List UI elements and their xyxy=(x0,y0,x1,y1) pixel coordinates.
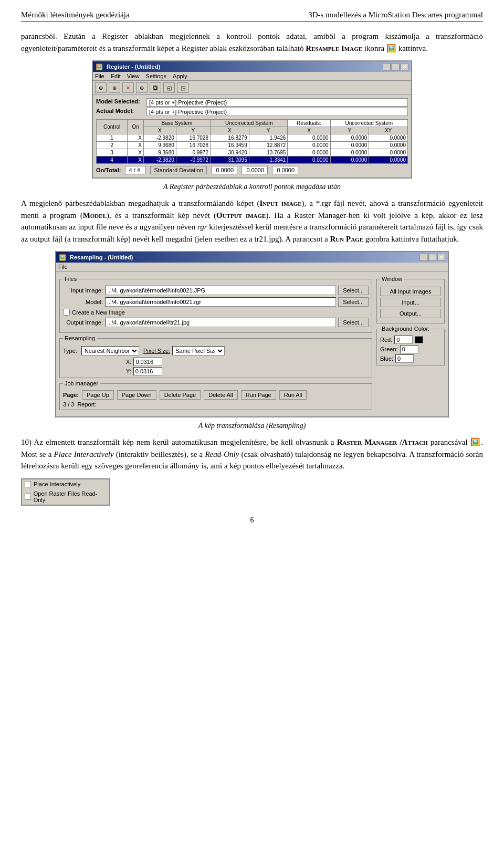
resamp-close[interactable]: ✕ xyxy=(437,254,445,261)
red-swatch xyxy=(415,336,423,343)
intro-paragraph: parancsból. Ezután a Register ablakban m… xyxy=(21,30,483,54)
bg-color-title: Background Color: xyxy=(380,326,431,332)
menu-settings[interactable]: Settings xyxy=(145,73,166,79)
tool-btn-3[interactable]: ✕ xyxy=(122,82,134,93)
menu-edit[interactable]: Edit xyxy=(111,73,121,79)
titlebar-buttons: _ □ ✕ xyxy=(383,63,408,70)
actual-model-row: Actual Model: [4 pts or +] Projective (P… xyxy=(96,108,408,116)
green-row: Green: xyxy=(380,345,441,353)
resampling-title: 🖼️ Resampling - (Untitled) xyxy=(59,254,133,261)
model-inline: Model xyxy=(83,211,107,219)
y-row: Y: xyxy=(126,367,369,375)
resampling-body: Files Input Image: Select... Model: Sele… xyxy=(56,271,448,416)
std-dev-label: Standard Deviation xyxy=(150,166,207,174)
create-new-label: Create a New Image xyxy=(72,309,125,316)
all-input-images-btn[interactable]: All Input Images xyxy=(380,287,441,296)
blue-input[interactable] xyxy=(395,354,414,363)
tool-btn-4[interactable]: ⊕ xyxy=(136,82,148,93)
window-group: Window All Input Images Input... Output.… xyxy=(376,279,445,323)
job-page-label: Page: xyxy=(63,392,79,398)
caption-resampling: A kép transzformálása (Resampling) xyxy=(21,422,483,430)
input-image-label: Input Image: xyxy=(63,287,105,294)
input-image-field[interactable] xyxy=(105,286,336,295)
resamp-menu-file[interactable]: File xyxy=(58,264,68,270)
report-label: Report: xyxy=(77,401,96,407)
run-all-btn[interactable]: Run All xyxy=(279,390,307,400)
register-table: Control On Base System Uncorrected Syste… xyxy=(96,119,408,164)
delete-all-btn[interactable]: Delete All xyxy=(204,390,237,400)
menu-file[interactable]: File xyxy=(95,73,104,79)
final-paragraph: 10) Az elmentett transzformált kép nem k… xyxy=(21,436,483,472)
run-page-btn[interactable]: Run Page xyxy=(241,390,276,400)
page-up-btn[interactable]: Page Up xyxy=(82,390,114,400)
type-row: Type: Nearest Neighbor Pixel Size: Same … xyxy=(63,346,369,355)
table-header-row-1: Control On Base System Uncorrected Syste… xyxy=(97,120,408,127)
maximize-button[interactable]: □ xyxy=(392,63,400,70)
x-input[interactable] xyxy=(133,358,162,366)
tool-btn-2[interactable]: ⊕ xyxy=(109,82,120,93)
green-label: Green: xyxy=(380,346,398,352)
tool-btn-6[interactable]: ◱ xyxy=(163,82,175,93)
col-uncorrected: Uncorrected System xyxy=(211,120,288,127)
tool-btn-5[interactable]: 🖼 xyxy=(150,82,161,93)
pixel-size-select[interactable]: Same Pixel Size xyxy=(172,346,225,355)
read-only-checkbox[interactable] xyxy=(25,494,31,500)
y-label: Y: xyxy=(126,368,131,374)
create-new-checkbox[interactable] xyxy=(63,309,70,316)
col-ry: Y xyxy=(330,127,369,134)
resamp-maximize[interactable]: □ xyxy=(428,254,436,261)
minimize-button[interactable]: _ xyxy=(383,63,391,70)
y-input[interactable] xyxy=(133,367,162,375)
resampling-section-title: Resampling xyxy=(63,335,97,341)
window-group-title: Window xyxy=(380,276,404,282)
tool-btn-7[interactable]: ◳ xyxy=(177,82,188,93)
input-btn[interactable]: Input... xyxy=(380,298,441,307)
header-left: Mérnöki létesítmények geodéziája xyxy=(21,11,130,19)
std-dev-y: 0.0000 xyxy=(242,166,268,174)
page-header: Mérnöki létesítmények geodéziája 3D-s mo… xyxy=(21,11,483,22)
register-titlebar: 🖼️ Register - (Untitled) _ □ ✕ xyxy=(93,61,411,72)
model-field[interactable] xyxy=(105,297,336,307)
output-image-field[interactable] xyxy=(105,318,336,327)
menu-view[interactable]: View xyxy=(127,73,140,79)
std-dev-x: 0.0000 xyxy=(211,166,237,174)
actual-model-value: [4 pts or +] Projective (Project) xyxy=(146,108,408,116)
page-down-btn[interactable]: Page Down xyxy=(117,390,156,400)
col-by: Y xyxy=(176,127,210,134)
red-row: Red: xyxy=(380,336,441,344)
delete-page-btn[interactable]: Delete Page xyxy=(160,390,201,400)
table-row: 3X9.3680-0.997230.942013.76950.00000.000… xyxy=(97,149,408,156)
resampling-section: Resampling Type: Nearest Neighbor Pixel … xyxy=(59,338,372,378)
table-row: 1X-2.982016.702816.82791.94260.00000.000… xyxy=(97,134,408,142)
model-select-btn[interactable]: Select... xyxy=(338,297,369,307)
table-row: 2X9.368016.702816.345912.88720.00000.000… xyxy=(97,142,408,149)
output-select-btn[interactable]: Select... xyxy=(338,318,369,327)
tool-btn-1[interactable]: ⊕ xyxy=(95,82,107,93)
col-rx: X xyxy=(288,127,330,134)
model-selected-label: Model Selected: xyxy=(96,98,143,107)
output-image-inline: Output image xyxy=(216,211,266,219)
output-image-row: Output Image: Select... xyxy=(63,318,369,327)
menu-apply[interactable]: Apply xyxy=(173,73,187,79)
totals-value: 4 / 4 xyxy=(125,166,146,174)
type-select[interactable]: Nearest Neighbor xyxy=(81,346,139,355)
model-label-resamp: Model: xyxy=(63,299,105,305)
create-new-row: Create a New Image xyxy=(63,309,369,316)
green-input[interactable] xyxy=(400,345,418,353)
close-button[interactable]: ✕ xyxy=(401,63,408,70)
bg-color-section: Background Color: Red: Green: Blue: xyxy=(376,329,445,365)
resamp-titlebar-buttons: _ □ ✕ xyxy=(419,254,445,261)
input-image-inline: Input image xyxy=(259,199,301,207)
page-num: 3 / 3 xyxy=(63,401,74,407)
job-section: Job manager Page: Page Up Page Down Dele… xyxy=(59,383,372,410)
output-image-label: Output Image: xyxy=(63,319,105,326)
input-image-select-btn[interactable]: Select... xyxy=(338,286,369,295)
red-input[interactable] xyxy=(394,336,413,344)
actual-model-label: Actual Model: xyxy=(96,108,143,116)
resamp-minimize[interactable]: _ xyxy=(419,254,427,261)
mid-paragraph-1: A megjelenő párbeszédablakban megadhatju… xyxy=(21,197,483,245)
place-interactively-checkbox[interactable] xyxy=(25,481,31,487)
col-rxy: XY xyxy=(369,127,408,134)
register-dialog: 🖼️ Register - (Untitled) _ □ ✕ File Edit… xyxy=(92,60,412,179)
output-btn[interactable]: Output... xyxy=(380,309,441,318)
